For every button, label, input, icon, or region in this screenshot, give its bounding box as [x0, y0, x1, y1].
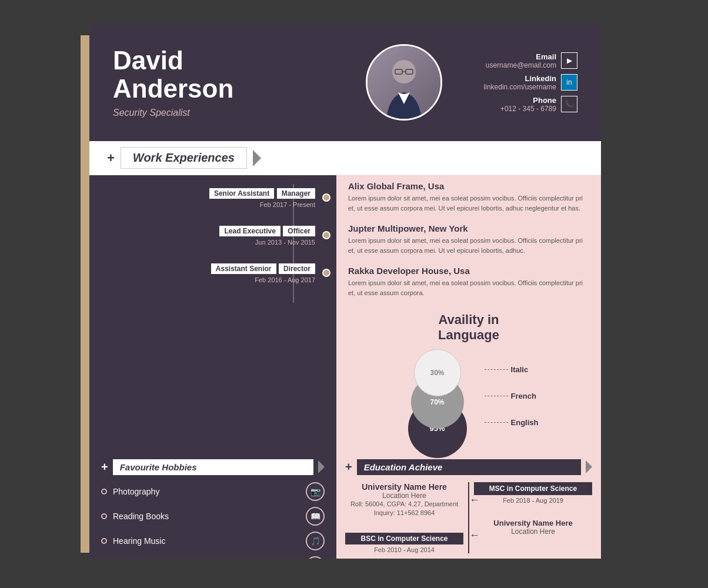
job-title-2b: Officer	[283, 226, 315, 236]
education-universities: University Name Here Location Here Roll:…	[345, 482, 463, 553]
svg-rect-2	[406, 69, 413, 74]
hobby-dot-3	[101, 538, 107, 544]
edu-uni-location-1: Location Here	[345, 492, 463, 500]
edu-degree-2: University Name Here Location Here	[474, 519, 592, 536]
circle-italic: 30%	[414, 349, 461, 396]
edu-uni-name-2: University Name Here	[474, 519, 592, 527]
edu-arrow-2: ←	[469, 529, 480, 542]
education-content: University Name Here Location Here Roll:…	[345, 482, 592, 553]
lang-dash-2	[485, 396, 508, 396]
hobby-icon-4: 🧘	[306, 556, 325, 559]
timeline-dot-1	[322, 193, 330, 202]
job-item-3: Assistant Senior Director Feb 2016 - Aug…	[95, 262, 330, 283]
edu-uni-1: University Name Here Location Here Roll:…	[345, 482, 463, 518]
job-desc-text-2: Lorem ipsum dolor sit amet, mei ea solea…	[348, 236, 589, 255]
photo-placeholder	[368, 46, 440, 119]
linkedin-contact: Linkedin linkedin.com/username in	[460, 74, 577, 91]
job-title-1b: Manager	[277, 188, 315, 199]
job-date-2: Jun 2013 - Nov 2015	[95, 239, 315, 246]
hobbies-plus-icon: +	[101, 460, 108, 474]
education-section: + Education Achieve University Name Here…	[336, 452, 601, 559]
hobby-name-3: Hearing Music	[113, 536, 300, 546]
hobby-dot-2	[101, 513, 107, 519]
hobby-dot-1	[101, 489, 107, 495]
hobbies-header: + Favourite Hobbies	[101, 459, 325, 475]
job-desc-text-3: Lorem ipsum dolor sit amet, mei ea solea…	[348, 278, 589, 298]
hobby-yoga: Yoga Exercise 🧘	[101, 556, 325, 559]
resume-wrapper: David Anderson Security Specialist	[89, 24, 619, 564]
job-company-3: Rakka Developer House, Usa	[348, 266, 589, 276]
job-item-1: Senior Assistant Manager Feb 2017 - Pres…	[95, 187, 330, 208]
job-item-2: Lead Executive Officer Jun 2013 - Nov 20…	[95, 225, 330, 246]
lang-name-3: English	[511, 418, 539, 427]
job-desc-2: Jupter Multipower, New York Lorem ipsum …	[348, 223, 589, 255]
candidate-name: David Anderson	[113, 46, 348, 103]
job-title-3b: Director	[279, 263, 315, 274]
language-labels: Italic French English	[485, 365, 539, 427]
hobbies-arrow	[318, 460, 325, 473]
language-chart: 30% 70% 95%	[348, 349, 589, 443]
education-title: Education Achieve	[357, 459, 581, 475]
edu-uni-degree-2: BSC in Computer Science	[345, 533, 463, 544]
edu-uni-location-2: Location Here	[474, 527, 592, 536]
name-area: David Anderson Security Specialist	[113, 46, 348, 119]
edu-arrow-1: ←	[469, 494, 480, 506]
hobby-photography: Photography 📷	[101, 482, 325, 501]
hobby-icon-1: 📷	[306, 482, 325, 501]
language-section: Availity in Language 30% 70%	[336, 306, 601, 452]
email-contact: Email username@email.com ▶	[460, 52, 577, 69]
job-info-3: Assistant Senior Director Feb 2016 - Aug…	[95, 262, 322, 283]
edu-uni-name-1: University Name Here	[345, 482, 463, 492]
hobby-reading: Reading Books 📖	[101, 507, 325, 526]
bottom-sections: + Favourite Hobbies Photography 📷 Readin…	[89, 452, 601, 559]
hobby-list: Photography 📷 Reading Books 📖 Hearing Mu…	[101, 482, 325, 559]
job-descriptions: Alix Global Frame, Usa Lorem ipsum dolor…	[336, 175, 601, 306]
header-section: David Anderson Security Specialist	[89, 24, 601, 141]
email-icon: ▶	[561, 52, 577, 69]
hobby-name-2: Reading Books	[113, 512, 300, 521]
edu-timeline-line: ← ←	[468, 482, 469, 553]
job-info-2: Lead Executive Officer Jun 2013 - Nov 20…	[95, 225, 322, 246]
edu-degree-date-1: Feb 2018 - Aug 2019	[474, 497, 592, 504]
hobby-icon-3: 🎵	[306, 532, 325, 550]
job-info-1: Senior Assistant Manager Feb 2017 - Pres…	[95, 187, 322, 208]
edu-uni-details-1: Roll: 56004, CGPA: 4.27, Department Inqu…	[345, 500, 463, 518]
hobby-name-1: Photography	[113, 487, 300, 496]
work-exp-arrow	[253, 150, 261, 166]
work-exp-title: Work Experiences	[121, 147, 247, 169]
photo-circle	[366, 44, 442, 121]
edu-uni-2: BSC in Computer Science Feb 2010 - Aug 2…	[345, 533, 463, 553]
lang-row-italic: Italic	[485, 365, 539, 374]
language-title: Availity in Language	[348, 312, 589, 343]
education-header: + Education Achieve	[345, 459, 592, 475]
lang-dash-3	[485, 422, 508, 423]
education-arrow	[586, 460, 592, 473]
timeline-dot-3	[322, 269, 330, 277]
circles-visual: 30% 70% 95%	[399, 349, 476, 443]
contact-area: Email username@email.com ▶ Linkedin link…	[460, 52, 577, 113]
lang-row-english: English	[485, 418, 539, 427]
job-desc-text-1: Lorem ipsum dolor sit amet, mei ea solea…	[348, 193, 589, 213]
svg-point-0	[392, 60, 416, 83]
resume-card: David Anderson Security Specialist	[89, 24, 601, 559]
work-plus-icon: +	[107, 151, 115, 166]
timeline-dot-2	[322, 231, 330, 239]
svg-rect-1	[395, 69, 402, 74]
left-column: Senior Assistant Manager Feb 2017 - Pres…	[89, 175, 336, 452]
job-company-2: Jupter Multipower, New York	[348, 223, 589, 233]
lang-row-french: French	[485, 392, 539, 400]
right-column: Alix Global Frame, Usa Lorem ipsum dolor…	[336, 175, 601, 452]
job-title-2a: Lead Executive	[219, 226, 280, 236]
edu-degree-box-1: MSC in Computer Science	[474, 482, 592, 495]
education-degrees: MSC in Computer Science Feb 2018 - Aug 2…	[474, 482, 592, 553]
job-desc-3: Rakka Developer House, Usa Lorem ipsum d…	[348, 266, 589, 298]
education-plus-icon: +	[345, 460, 352, 474]
job-title-1a: Senior Assistant	[209, 188, 274, 199]
job-title-3a: Assistant Senior	[211, 263, 276, 274]
hobby-music: Hearing Music 🎵	[101, 532, 325, 550]
job-company-1: Alix Global Frame, Usa	[348, 181, 589, 191]
linkedin-icon: in	[561, 74, 577, 91]
edu-uni-date-2: Feb 2010 - Aug 2014	[345, 546, 463, 553]
job-timeline: Senior Assistant Manager Feb 2017 - Pres…	[89, 184, 336, 303]
job-date-3: Feb 2016 - Aug 2017	[95, 276, 315, 283]
